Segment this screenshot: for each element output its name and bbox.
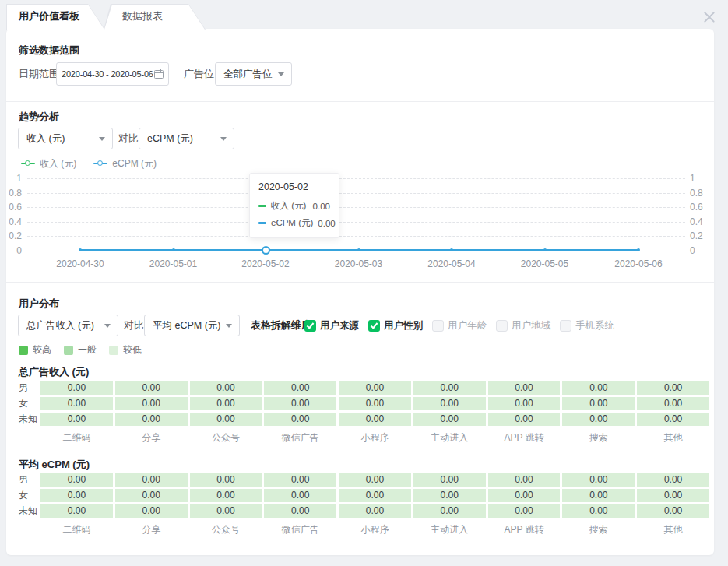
table-cell: 0.00 bbox=[488, 473, 561, 487]
table-cell: 0.00 bbox=[40, 504, 113, 518]
table-col-label: APP 跳转 bbox=[488, 428, 561, 445]
y-tick-label: 0 bbox=[690, 245, 713, 256]
checkbox-unchecked-icon[interactable] bbox=[496, 320, 508, 332]
tab-data-report[interactable]: 数据报表 bbox=[104, 4, 206, 30]
table-cell: 0.00 bbox=[115, 489, 188, 502]
compare-label: 对比 bbox=[124, 315, 144, 336]
y-tick-label: 0.4 bbox=[6, 216, 22, 227]
level-legend: 较高一般较低 bbox=[19, 343, 142, 357]
dimension-label: 手机系统 bbox=[575, 319, 614, 332]
table-cell: 0.00 bbox=[115, 397, 188, 410]
table-corner bbox=[19, 428, 38, 445]
dimension-checkbox[interactable]: 用户来源 bbox=[304, 319, 359, 332]
checkbox-checked-icon[interactable] bbox=[304, 320, 316, 332]
x-tick-label: 2020-05-02 bbox=[227, 258, 304, 269]
legend-dot-icon bbox=[25, 160, 30, 166]
distribution-metric-select[interactable]: 总广告收入 (元) bbox=[18, 315, 118, 336]
y-tick-label: 1 bbox=[690, 173, 713, 184]
table-cell: 0.00 bbox=[562, 473, 635, 487]
tab-label: 用户价值看板 bbox=[19, 4, 79, 28]
table-cell: 0.00 bbox=[637, 504, 709, 518]
close-icon[interactable] bbox=[699, 7, 719, 27]
y-tick-label: 0 bbox=[6, 245, 22, 256]
distribution-compare-select[interactable]: 平均 eCPM (元) bbox=[144, 315, 240, 336]
dimension-checkboxes: 用户来源用户性别用户年龄用户地域手机系统 bbox=[304, 318, 614, 333]
table-cell: 0.00 bbox=[488, 381, 561, 395]
checkbox-checked-icon[interactable] bbox=[368, 320, 380, 332]
trend-metric-select[interactable]: 收入 (元) bbox=[18, 128, 113, 149]
table-col-label: 其他 bbox=[637, 428, 709, 445]
gridline bbox=[27, 178, 685, 179]
calendar-icon[interactable] bbox=[153, 69, 164, 79]
table-cell: 0.00 bbox=[115, 381, 188, 395]
trend-chart[interactable]: 2020-05-02 收入 (元)0.00eCPM (元)0.00 110.80… bbox=[6, 173, 714, 276]
table-row-label: 女 bbox=[19, 489, 38, 502]
dimension-checkbox[interactable]: 用户地域 bbox=[496, 319, 550, 332]
legend-marker-icon bbox=[93, 160, 107, 167]
checkbox-unchecked-icon[interactable] bbox=[432, 320, 444, 332]
table-col-label: 搜索 bbox=[562, 520, 635, 536]
dimension-checkbox[interactable]: 用户性别 bbox=[368, 319, 423, 332]
table-cell: 0.00 bbox=[40, 473, 113, 487]
table-title: 平均 eCPM (元) bbox=[19, 458, 90, 472]
level-swatch-icon bbox=[109, 346, 118, 355]
legend-label: 收入 (元) bbox=[40, 157, 76, 171]
chart-tooltip: 2020-05-02 收入 (元)0.00eCPM (元)0.00 bbox=[249, 173, 339, 238]
checkbox-unchecked-icon[interactable] bbox=[560, 320, 571, 332]
table-cell: 0.00 bbox=[115, 504, 188, 518]
level-legend-item: 较低 bbox=[109, 343, 142, 357]
trend-compare-select[interactable]: eCPM (元) bbox=[139, 128, 234, 149]
table-cell: 0.00 bbox=[264, 473, 336, 487]
chevron-down-icon bbox=[278, 72, 284, 76]
table-cell: 0.00 bbox=[115, 473, 188, 487]
ad-slot-label: 广告位 bbox=[184, 62, 214, 86]
table-cell: 0.00 bbox=[190, 504, 262, 518]
table-cell: 0.00 bbox=[413, 397, 486, 410]
table-cell: 0.00 bbox=[339, 473, 411, 487]
table-cell: 0.00 bbox=[190, 489, 262, 502]
table-cell: 0.00 bbox=[413, 413, 486, 426]
dimension-checkbox[interactable]: 手机系统 bbox=[560, 319, 614, 332]
y-tick-label: 0.6 bbox=[6, 202, 22, 213]
tab-user-value-dashboard[interactable]: 用户价值看板 bbox=[6, 4, 105, 30]
table-cell: 0.00 bbox=[637, 381, 709, 395]
legend-item[interactable]: 收入 (元) bbox=[21, 157, 76, 171]
table-cell: 0.00 bbox=[637, 473, 709, 487]
y-tick-label: 0.8 bbox=[6, 188, 22, 199]
section-title-distribution: 用户分布 bbox=[19, 297, 59, 311]
table-cell: 0.00 bbox=[339, 381, 411, 395]
date-range-input[interactable]: 2020-04-30 - 2020-05-06 bbox=[56, 62, 169, 86]
table-cell: 0.00 bbox=[488, 489, 561, 502]
tooltip-series-value: 0.00 bbox=[308, 202, 330, 211]
chevron-down-icon bbox=[99, 137, 105, 141]
legend-item[interactable]: eCPM (元) bbox=[93, 157, 157, 171]
table-title: 总广告收入 (元) bbox=[19, 365, 89, 379]
level-legend-item: 较高 bbox=[19, 343, 51, 357]
tab-label: 数据报表 bbox=[122, 4, 163, 28]
table-col-label: APP 跳转 bbox=[488, 520, 561, 536]
ad-slot-select[interactable]: 全部广告位 bbox=[215, 62, 292, 86]
table-cell: 0.00 bbox=[264, 413, 336, 426]
tooltip-series-name: eCPM (元) bbox=[271, 217, 313, 229]
table-col-label: 小程序 bbox=[339, 428, 411, 445]
section-title-trend: 趋势分析 bbox=[19, 110, 59, 124]
tooltip-row: 收入 (元)0.00 bbox=[258, 200, 330, 212]
table-cell: 0.00 bbox=[637, 397, 709, 410]
data-point-icon bbox=[79, 248, 82, 251]
active-data-point[interactable] bbox=[262, 246, 270, 255]
table-col-label: 公众号 bbox=[190, 520, 262, 536]
data-point-icon bbox=[450, 248, 453, 251]
y-tick-label: 0.2 bbox=[690, 230, 713, 241]
dimension-label: 用户性别 bbox=[384, 319, 423, 332]
table-cell: 0.00 bbox=[562, 489, 635, 502]
dimension-checkbox[interactable]: 用户年龄 bbox=[432, 319, 487, 332]
date-range-label: 日期范围 bbox=[19, 62, 59, 86]
level-label: 较低 bbox=[123, 343, 142, 357]
panel: 筛选数据范围 日期范围 2020-04-30 - 2020-05-06 广告位 … bbox=[6, 29, 714, 555]
legend-marker-icon bbox=[21, 160, 35, 167]
series-dash-icon bbox=[258, 222, 266, 224]
trend-metric-value: 收入 (元) bbox=[26, 132, 65, 146]
divider bbox=[6, 101, 714, 102]
table-cell: 0.00 bbox=[264, 381, 336, 395]
table-cell: 0.00 bbox=[637, 413, 709, 426]
